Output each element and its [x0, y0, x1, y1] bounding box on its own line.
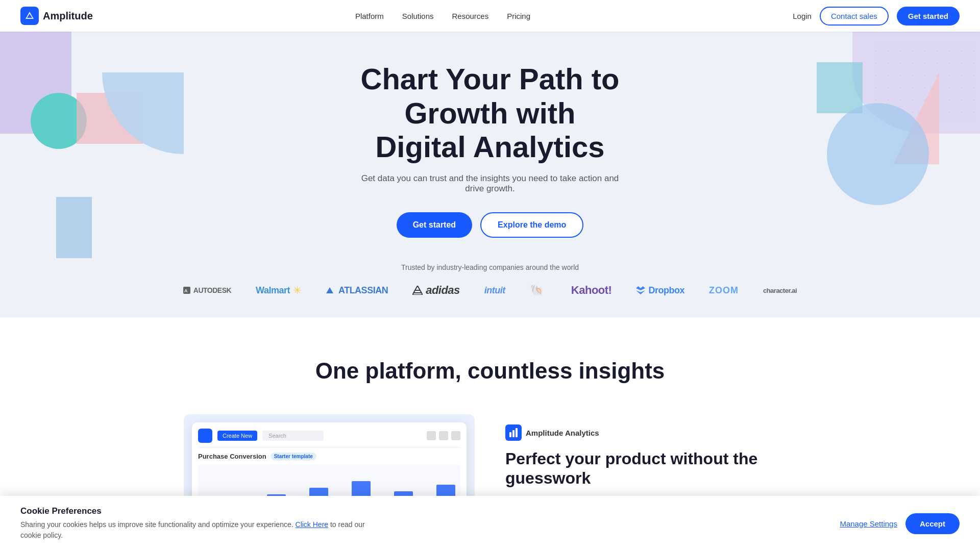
cookie-banner: Cookie Preferences Sharing your cookies … — [0, 496, 980, 551]
navbar: Amplitude Platform Solutions Resources P… — [0, 0, 980, 32]
amplitude-badge-label: Amplitude Analytics — [526, 429, 599, 437]
get-started-nav-button[interactable]: Get started — [897, 7, 960, 26]
cookie-policy-link[interactable]: Click Here — [296, 520, 329, 529]
logo-atlassian: ATLASSIAN — [326, 285, 388, 296]
mockup-card-title: Purchase Conversion Starter template — [198, 453, 460, 460]
logo-text: Amplitude — [43, 10, 93, 22]
mockup-topbar: Create New — [198, 429, 460, 447]
nav-platform[interactable]: Platform — [355, 12, 384, 20]
shape-blue-big-circle — [827, 103, 929, 205]
mockup-create-btn[interactable]: Create New — [217, 431, 257, 441]
mockup-search-input[interactable] — [262, 431, 324, 441]
logo-dropbox: Dropbox — [636, 285, 684, 296]
explore-demo-button[interactable]: Explore the demo — [480, 212, 583, 238]
svg-rect-7 — [509, 432, 511, 437]
mockup-icon-group — [427, 431, 460, 440]
svg-rect-9 — [516, 428, 518, 437]
logo-characterai: character.ai — [763, 287, 797, 294]
logo-adidas: adidas — [412, 284, 460, 297]
logo-link[interactable]: Amplitude — [20, 7, 93, 25]
mockup-icon-settings — [451, 431, 460, 440]
nav-pricing[interactable]: Pricing — [507, 12, 530, 20]
nav-resources[interactable]: Resources — [452, 12, 489, 20]
amplitude-badge-icon — [505, 424, 522, 441]
cookie-title: Cookie Preferences — [20, 506, 378, 516]
logo-walmart: Walmart ✳ — [256, 284, 302, 296]
insights-description: Amplitude Analytics Perfect your product… — [505, 414, 796, 488]
cookie-text-area: Cookie Preferences Sharing your cookies … — [20, 506, 378, 541]
svg-rect-8 — [512, 430, 514, 437]
mockup-logo-icon — [198, 429, 212, 443]
svg-text:A: A — [184, 288, 188, 293]
insights-title: One platform, countless insights — [20, 358, 960, 384]
nav-actions: Login Contact sales Get started — [793, 7, 960, 26]
logo-intuit: intuit — [484, 285, 505, 296]
logo-autodesk: A AUTODESK — [183, 286, 231, 294]
svg-marker-5 — [636, 286, 645, 290]
hero-subtitle: Get data you can trust and the insights … — [352, 173, 628, 194]
nav-links: Platform Solutions Resources Pricing — [355, 12, 530, 20]
logo-shell: 🐚 — [530, 284, 547, 297]
starter-badge: Starter template — [271, 453, 316, 460]
login-button[interactable]: Login — [793, 12, 812, 20]
nav-solutions[interactable]: Solutions — [402, 12, 434, 20]
cookie-description: Sharing your cookies helps us improve si… — [20, 519, 378, 541]
get-started-hero-button[interactable]: Get started — [397, 212, 472, 238]
accept-button[interactable]: Accept — [905, 513, 960, 534]
manage-settings-button[interactable]: Manage Settings — [840, 519, 897, 528]
mockup-icon-grid — [439, 431, 448, 440]
contact-sales-button[interactable]: Contact sales — [820, 7, 889, 26]
cookie-actions: Manage Settings Accept — [840, 513, 960, 534]
shape-teal-rect — [817, 62, 863, 113]
amplitude-analytics-badge: Amplitude Analytics — [505, 424, 796, 441]
shape-blue-rect — [56, 197, 92, 258]
hero-content: Chart Your Path to Growth with Digital A… — [316, 62, 664, 238]
hero-buttons: Get started Explore the demo — [316, 212, 664, 238]
logo-icon — [20, 7, 39, 25]
insights-text-title: Perfect your product without the guesswo… — [505, 449, 796, 488]
mockup-icon-bell — [427, 431, 436, 440]
hero-section: Chart Your Path to Growth with Digital A… — [0, 32, 980, 258]
logos-strip: Trusted by industry-leading companies ar… — [0, 258, 980, 317]
hero-title: Chart Your Path to Growth with Digital A… — [316, 62, 664, 164]
svg-marker-6 — [636, 290, 645, 294]
logos-row: A AUTODESK Walmart ✳ ATLASSIAN adidas in… — [0, 284, 980, 297]
logo-kahoot: Kahoot! — [571, 284, 612, 297]
trusted-text: Trusted by industry-leading companies ar… — [0, 258, 980, 271]
logo-zoom: ZOOM — [709, 285, 739, 296]
